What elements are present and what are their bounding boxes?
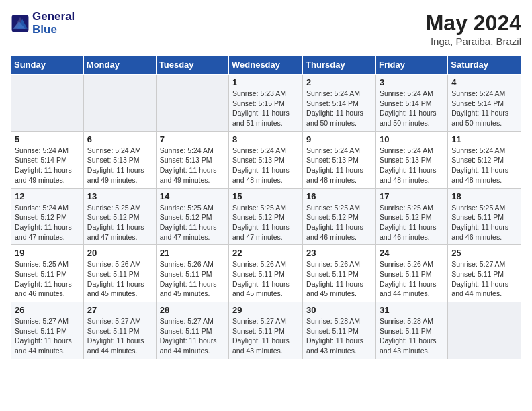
day-number: 23 xyxy=(306,248,372,258)
day-number: 27 xyxy=(87,305,152,315)
logo-icon xyxy=(11,14,30,33)
day-number: 7 xyxy=(160,134,225,144)
logo-text: General Blue xyxy=(32,11,75,36)
day-number: 8 xyxy=(232,134,299,144)
day-number: 16 xyxy=(306,191,372,201)
page-header: General Blue May 2024 Inga, Paraiba, Bra… xyxy=(11,11,521,47)
day-info: Sunrise: 5:24 AM Sunset: 5:13 PM Dayligh… xyxy=(380,146,444,185)
day-number: 4 xyxy=(451,77,517,87)
day-info: Sunrise: 5:26 AM Sunset: 5:11 PM Dayligh… xyxy=(306,259,372,299)
day-info: Sunrise: 5:24 AM Sunset: 5:14 PM Dayligh… xyxy=(380,89,444,128)
day-info: Sunrise: 5:26 AM Sunset: 5:11 PM Dayligh… xyxy=(160,259,225,299)
calendar-cell: 5Sunrise: 5:24 AM Sunset: 5:14 PM Daylig… xyxy=(11,131,84,188)
calendar-cell: 27Sunrise: 5:27 AM Sunset: 5:11 PM Dayli… xyxy=(83,302,156,359)
weekday-header-friday: Friday xyxy=(375,56,447,75)
calendar-cell: 1Sunrise: 5:23 AM Sunset: 5:15 PM Daylig… xyxy=(229,75,303,132)
day-info: Sunrise: 5:25 AM Sunset: 5:12 PM Dayligh… xyxy=(160,203,225,242)
calendar-cell: 22Sunrise: 5:26 AM Sunset: 5:11 PM Dayli… xyxy=(229,245,303,302)
day-number: 29 xyxy=(232,305,299,315)
day-info: Sunrise: 5:26 AM Sunset: 5:11 PM Dayligh… xyxy=(87,259,152,299)
calendar-cell: 9Sunrise: 5:24 AM Sunset: 5:13 PM Daylig… xyxy=(303,131,376,188)
calendar-week-1: 1Sunrise: 5:23 AM Sunset: 5:15 PM Daylig… xyxy=(11,75,521,132)
calendar-cell: 25Sunrise: 5:27 AM Sunset: 5:11 PM Dayli… xyxy=(448,245,521,302)
calendar-week-2: 5Sunrise: 5:24 AM Sunset: 5:14 PM Daylig… xyxy=(11,131,521,188)
day-info: Sunrise: 5:24 AM Sunset: 5:12 PM Dayligh… xyxy=(15,203,80,242)
day-number: 25 xyxy=(451,248,517,258)
calendar-cell: 26Sunrise: 5:27 AM Sunset: 5:11 PM Dayli… xyxy=(11,302,84,359)
calendar-cell: 12Sunrise: 5:24 AM Sunset: 5:12 PM Dayli… xyxy=(11,188,84,245)
day-number: 20 xyxy=(87,248,152,258)
calendar-cell: 10Sunrise: 5:24 AM Sunset: 5:13 PM Dayli… xyxy=(375,131,447,188)
day-info: Sunrise: 5:27 AM Sunset: 5:11 PM Dayligh… xyxy=(232,316,299,356)
day-info: Sunrise: 5:23 AM Sunset: 5:15 PM Dayligh… xyxy=(232,89,299,128)
day-number: 24 xyxy=(380,248,444,258)
day-number: 1 xyxy=(232,77,299,87)
day-info: Sunrise: 5:24 AM Sunset: 5:13 PM Dayligh… xyxy=(306,146,372,185)
day-number: 28 xyxy=(160,305,225,315)
calendar-cell: 21Sunrise: 5:26 AM Sunset: 5:11 PM Dayli… xyxy=(156,245,228,302)
day-info: Sunrise: 5:25 AM Sunset: 5:11 PM Dayligh… xyxy=(451,203,517,242)
calendar-cell: 14Sunrise: 5:25 AM Sunset: 5:12 PM Dayli… xyxy=(156,188,228,245)
day-info: Sunrise: 5:25 AM Sunset: 5:12 PM Dayligh… xyxy=(232,203,299,242)
day-number: 31 xyxy=(380,305,444,315)
day-info: Sunrise: 5:24 AM Sunset: 5:13 PM Dayligh… xyxy=(160,146,225,185)
day-info: Sunrise: 5:27 AM Sunset: 5:11 PM Dayligh… xyxy=(160,316,225,356)
calendar-table: SundayMondayTuesdayWednesdayThursdayFrid… xyxy=(11,55,521,359)
day-info: Sunrise: 5:24 AM Sunset: 5:14 PM Dayligh… xyxy=(15,146,80,185)
day-number: 12 xyxy=(15,191,80,201)
day-info: Sunrise: 5:25 AM Sunset: 5:11 PM Dayligh… xyxy=(15,259,80,299)
day-info: Sunrise: 5:25 AM Sunset: 5:12 PM Dayligh… xyxy=(87,203,152,242)
calendar-cell: 6Sunrise: 5:24 AM Sunset: 5:13 PM Daylig… xyxy=(83,131,156,188)
calendar-cell: 11Sunrise: 5:24 AM Sunset: 5:12 PM Dayli… xyxy=(448,131,521,188)
day-number: 26 xyxy=(15,305,80,315)
calendar-cell: 15Sunrise: 5:25 AM Sunset: 5:12 PM Dayli… xyxy=(229,188,303,245)
weekday-header-thursday: Thursday xyxy=(303,56,376,75)
title-block: May 2024 Inga, Paraiba, Brazil xyxy=(426,11,521,47)
calendar-cell: 8Sunrise: 5:24 AM Sunset: 5:13 PM Daylig… xyxy=(229,131,303,188)
day-number: 14 xyxy=(160,191,225,201)
calendar-week-4: 19Sunrise: 5:25 AM Sunset: 5:11 PM Dayli… xyxy=(11,245,521,302)
day-info: Sunrise: 5:25 AM Sunset: 5:12 PM Dayligh… xyxy=(380,203,444,242)
day-number: 21 xyxy=(160,248,225,258)
calendar-cell: 18Sunrise: 5:25 AM Sunset: 5:11 PM Dayli… xyxy=(448,188,521,245)
calendar-cell: 7Sunrise: 5:24 AM Sunset: 5:13 PM Daylig… xyxy=(156,131,228,188)
calendar-cell: 13Sunrise: 5:25 AM Sunset: 5:12 PM Dayli… xyxy=(83,188,156,245)
day-number: 11 xyxy=(451,134,517,144)
calendar-cell xyxy=(11,75,84,132)
calendar-cell xyxy=(156,75,228,132)
day-number: 2 xyxy=(306,77,372,87)
calendar-cell: 3Sunrise: 5:24 AM Sunset: 5:14 PM Daylig… xyxy=(375,75,447,132)
day-info: Sunrise: 5:25 AM Sunset: 5:12 PM Dayligh… xyxy=(306,203,372,242)
day-number: 13 xyxy=(87,191,152,201)
calendar-cell: 30Sunrise: 5:28 AM Sunset: 5:11 PM Dayli… xyxy=(303,302,376,359)
calendar-cell: 20Sunrise: 5:26 AM Sunset: 5:11 PM Dayli… xyxy=(83,245,156,302)
day-info: Sunrise: 5:26 AM Sunset: 5:11 PM Dayligh… xyxy=(232,259,299,299)
day-number: 6 xyxy=(87,134,152,144)
day-number: 22 xyxy=(232,248,299,258)
month-title: May 2024 xyxy=(426,11,521,36)
day-number: 19 xyxy=(15,248,80,258)
weekday-header-row: SundayMondayTuesdayWednesdayThursdayFrid… xyxy=(11,56,521,75)
calendar-cell: 24Sunrise: 5:26 AM Sunset: 5:11 PM Dayli… xyxy=(375,245,447,302)
day-number: 17 xyxy=(380,191,444,201)
weekday-header-tuesday: Tuesday xyxy=(156,56,228,75)
weekday-header-monday: Monday xyxy=(83,56,156,75)
calendar-cell: 17Sunrise: 5:25 AM Sunset: 5:12 PM Dayli… xyxy=(375,188,447,245)
day-info: Sunrise: 5:24 AM Sunset: 5:14 PM Dayligh… xyxy=(451,89,517,128)
location: Inga, Paraiba, Brazil xyxy=(426,36,521,47)
day-info: Sunrise: 5:24 AM Sunset: 5:13 PM Dayligh… xyxy=(232,146,299,185)
calendar-cell xyxy=(83,75,156,132)
day-info: Sunrise: 5:27 AM Sunset: 5:11 PM Dayligh… xyxy=(451,259,517,299)
calendar-cell: 19Sunrise: 5:25 AM Sunset: 5:11 PM Dayli… xyxy=(11,245,84,302)
day-info: Sunrise: 5:28 AM Sunset: 5:11 PM Dayligh… xyxy=(380,316,444,356)
calendar-cell: 23Sunrise: 5:26 AM Sunset: 5:11 PM Dayli… xyxy=(303,245,376,302)
calendar-week-3: 12Sunrise: 5:24 AM Sunset: 5:12 PM Dayli… xyxy=(11,188,521,245)
day-number: 15 xyxy=(232,191,299,201)
day-info: Sunrise: 5:24 AM Sunset: 5:13 PM Dayligh… xyxy=(87,146,152,185)
day-info: Sunrise: 5:24 AM Sunset: 5:14 PM Dayligh… xyxy=(306,89,372,128)
day-number: 18 xyxy=(451,191,517,201)
calendar-cell: 16Sunrise: 5:25 AM Sunset: 5:12 PM Dayli… xyxy=(303,188,376,245)
calendar-cell xyxy=(448,302,521,359)
day-info: Sunrise: 5:26 AM Sunset: 5:11 PM Dayligh… xyxy=(380,259,444,299)
calendar-cell: 31Sunrise: 5:28 AM Sunset: 5:11 PM Dayli… xyxy=(375,302,447,359)
